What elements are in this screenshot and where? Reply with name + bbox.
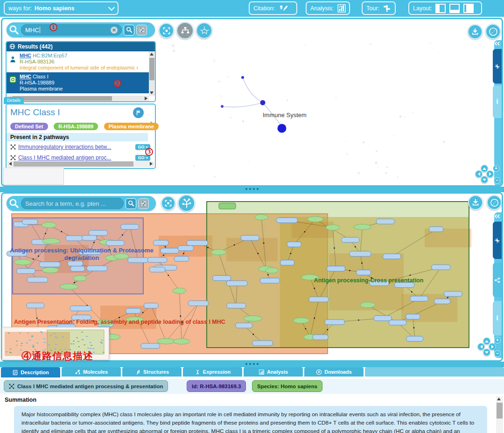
species-selector[interactable]: ways for: Homo sapiens bbox=[4, 1, 119, 15]
diagram-node[interactable] bbox=[444, 291, 462, 296]
diagram-node[interactable] bbox=[376, 219, 394, 224]
diagram-node[interactable] bbox=[70, 266, 85, 272]
diagram-node[interactable] bbox=[161, 248, 179, 253]
pan-down-button[interactable] bbox=[481, 176, 488, 183]
diagram-node[interactable] bbox=[325, 320, 344, 325]
diagram-node[interactable] bbox=[212, 275, 231, 280]
citation-button[interactable]: Citation: bbox=[249, 1, 297, 15]
tour-button[interactable]: Tour: bbox=[362, 1, 396, 15]
search-input[interactable]: MHC bbox=[21, 24, 122, 35]
search-filter-button[interactable] bbox=[136, 25, 147, 35]
diagram-node[interactable] bbox=[252, 341, 273, 346]
diagram-node[interactable] bbox=[342, 237, 360, 243]
diagram-node[interactable] bbox=[42, 267, 58, 273]
panel-splitter[interactable] bbox=[0, 187, 504, 192]
diagram-node[interactable] bbox=[70, 306, 91, 311]
diagram-node[interactable] bbox=[265, 268, 278, 273]
diagram-node[interactable] bbox=[114, 253, 129, 259]
diagram-node[interactable] bbox=[39, 262, 60, 267]
layout-option-bottom-icon[interactable] bbox=[449, 3, 460, 14]
diagram-node[interactable] bbox=[294, 318, 309, 323]
diagram-node[interactable] bbox=[389, 320, 406, 325]
diagram-node[interactable] bbox=[173, 339, 190, 344]
tab-structures[interactable]: Structures bbox=[122, 367, 182, 377]
sidebar-tab-share[interactable] bbox=[493, 263, 502, 297]
diagram-node[interactable] bbox=[219, 203, 236, 209]
tab-analysis[interactable]: Analysis bbox=[244, 367, 303, 377]
zoom-in-button[interactable] bbox=[494, 337, 501, 343]
tab-expression[interactable]: Expression bbox=[183, 367, 242, 377]
summation-scrollbar[interactable] bbox=[496, 396, 503, 433]
diagram-node[interactable] bbox=[42, 238, 60, 244]
result-item[interactable]: MHC HC:B2M:Erp57 R-HSA-983136 integral c… bbox=[7, 51, 149, 72]
diagram-search-input[interactable]: Search for a term, e.g. pten ... bbox=[21, 198, 124, 209]
diagram-node[interactable] bbox=[82, 235, 97, 240]
fireworks-overview-button[interactable] bbox=[196, 22, 212, 39]
diagram-node[interactable] bbox=[157, 338, 175, 344]
diagram-node[interactable] bbox=[211, 249, 226, 255]
diagram-node[interactable] bbox=[383, 254, 401, 259]
layout-option-full-icon[interactable] bbox=[463, 3, 474, 14]
diagram-node[interactable] bbox=[236, 323, 252, 328]
fireworks-view-button[interactable] bbox=[178, 195, 195, 212]
fireworks-minimap[interactable] bbox=[3, 168, 64, 185]
diagram-node[interactable] bbox=[14, 259, 31, 265]
diagram-node[interactable] bbox=[308, 216, 323, 222]
diagram-node[interactable] bbox=[149, 267, 165, 272]
diagram-node[interactable] bbox=[87, 266, 107, 271]
compass-icon[interactable] bbox=[487, 195, 502, 210]
diagram-node[interactable] bbox=[178, 245, 193, 251]
sidebar-tab-fireworks[interactable] bbox=[493, 49, 502, 84]
diagram-node[interactable] bbox=[22, 219, 38, 224]
hierarchy-view-button[interactable] bbox=[176, 22, 194, 39]
diagram-node[interactable] bbox=[173, 288, 186, 293]
diagram-node[interactable] bbox=[174, 256, 189, 261]
diagram-node[interactable] bbox=[309, 297, 329, 302]
pathway-node[interactable] bbox=[241, 76, 244, 79]
pan-down-button[interactable] bbox=[483, 349, 490, 356]
results-vertical-scrollbar[interactable] bbox=[149, 51, 155, 96]
diagram-node[interactable] bbox=[73, 275, 87, 281]
diagram-node[interactable] bbox=[360, 302, 375, 308]
diagram-node[interactable] bbox=[280, 260, 294, 265]
tab-molecules[interactable]: Molecules bbox=[62, 367, 121, 377]
diagram-node[interactable] bbox=[141, 343, 160, 349]
pathway-node[interactable] bbox=[221, 105, 224, 108]
diagram-node[interactable] bbox=[326, 225, 340, 230]
pathway-link[interactable]: Immunoregulatory interactions betw... bbox=[18, 144, 133, 150]
diagram-node[interactable] bbox=[432, 265, 451, 270]
sidebar-tab-info[interactable]: i bbox=[493, 301, 502, 335]
diagram-node[interactable] bbox=[287, 242, 301, 247]
diagram-node[interactable] bbox=[276, 218, 298, 223]
diagram-node[interactable] bbox=[350, 251, 371, 256]
diagram-node[interactable] bbox=[410, 296, 428, 301]
diagram-node[interactable] bbox=[406, 336, 424, 342]
diagram-node[interactable] bbox=[147, 257, 167, 262]
pan-right-button[interactable] bbox=[489, 343, 496, 350]
diagram-node[interactable] bbox=[327, 266, 345, 271]
diagram-node[interactable] bbox=[434, 299, 451, 304]
diagram-node[interactable] bbox=[188, 301, 208, 306]
diagram-node[interactable] bbox=[128, 258, 148, 263]
diagram-node[interactable] bbox=[126, 308, 140, 314]
zoom-out-button[interactable] bbox=[494, 177, 500, 184]
diagram-node[interactable] bbox=[187, 240, 208, 245]
diagram-node[interactable] bbox=[66, 236, 83, 241]
diagram-node[interactable] bbox=[260, 278, 280, 283]
tab-downloads[interactable]: Downloads bbox=[304, 367, 364, 377]
analysis-button[interactable]: Analysis: bbox=[306, 1, 350, 15]
diagram-node[interactable] bbox=[144, 303, 158, 308]
diagram-node[interactable] bbox=[68, 261, 83, 266]
search-filter-button[interactable] bbox=[138, 198, 149, 209]
collapse-sidebar-icon[interactable] bbox=[494, 214, 500, 219]
collapse-sidebar-icon[interactable] bbox=[494, 41, 500, 46]
diagram-node[interactable] bbox=[374, 316, 392, 321]
diagram-node[interactable] bbox=[154, 240, 169, 245]
diagram-node[interactable] bbox=[89, 230, 108, 236]
diagram-node[interactable] bbox=[121, 224, 139, 230]
flag-icon[interactable] bbox=[133, 107, 144, 118]
diagram-node[interactable] bbox=[106, 240, 124, 245]
fit-to-screen-button[interactable] bbox=[159, 23, 174, 38]
diagram-node[interactable] bbox=[226, 281, 247, 286]
diagram-node[interactable] bbox=[429, 227, 443, 232]
